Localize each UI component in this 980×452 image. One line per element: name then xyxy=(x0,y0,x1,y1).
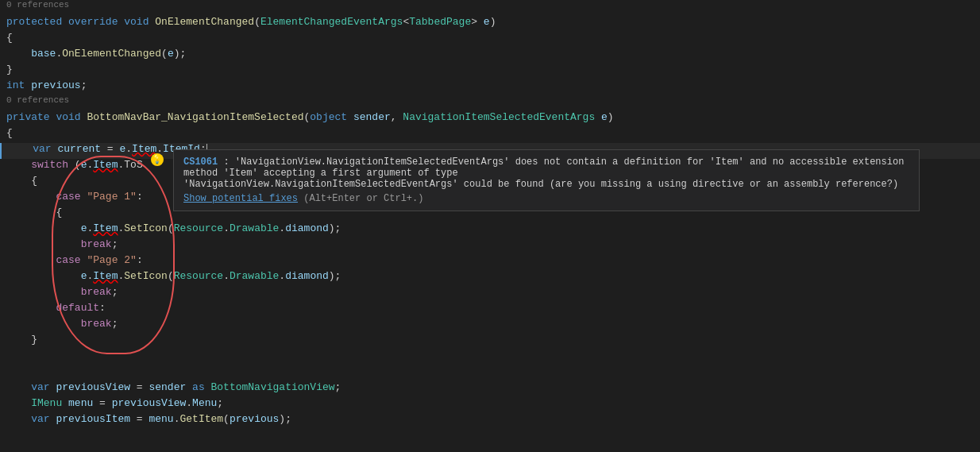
code-line-6: private void BottomNavBar_NavigationItem… xyxy=(0,111,980,127)
code-line-3: base . OnElementChanged ( e ); xyxy=(0,48,980,64)
code-line-5: int previous ; xyxy=(0,79,980,95)
code-line-20: var previousView = sender as BottomNavig… xyxy=(0,381,980,397)
lightbulb-icon[interactable]: 💡 xyxy=(151,153,164,166)
line-ref-2: 0 references xyxy=(0,95,980,111)
tooltip-message-line2: 'NavigationView.NavigationItemSelectedEv… xyxy=(183,179,909,190)
error-tooltip: CS1061 : 'NavigationView.NavigationItemS… xyxy=(173,149,920,211)
code-line-empty1 xyxy=(0,350,980,365)
code-line-4: } xyxy=(0,64,980,79)
code-line-18: break ; xyxy=(0,318,980,334)
code-line-1: protected override void OnElementChanged… xyxy=(0,16,980,32)
code-line-19: } xyxy=(0,334,980,350)
error-code: CS1061 xyxy=(183,156,218,168)
code-line-2: { xyxy=(0,32,980,48)
code-line-17: default : xyxy=(0,302,980,318)
code-line-7: { xyxy=(0,127,980,143)
code-line-16: break ; xyxy=(0,286,980,302)
code-line-empty2 xyxy=(0,365,980,381)
code-line-22: var previousItem = menu . GetItem ( prev… xyxy=(0,413,980,429)
code-line-14: case "Page 2" : xyxy=(0,254,980,270)
code-editor: 0 references protected override void OnE… xyxy=(0,0,980,452)
code-line-15: e . Item . SetIcon ( Resource . Drawable… xyxy=(0,270,980,286)
shortcut-hint: (Alt+Enter or Ctrl+.) xyxy=(303,193,423,204)
code-line-21: IMenu menu = previousView . Menu ; xyxy=(0,397,980,413)
show-potential-fixes-link[interactable]: Show potential fixes xyxy=(183,193,298,204)
line-ref-1: 0 references xyxy=(0,0,980,16)
tooltip-message-line1: CS1061 : 'NavigationView.NavigationItemS… xyxy=(183,156,909,179)
code-line-13: break ; xyxy=(0,238,980,254)
code-line-12: e . Item . SetIcon ( Resource . Drawable… xyxy=(0,222,980,238)
